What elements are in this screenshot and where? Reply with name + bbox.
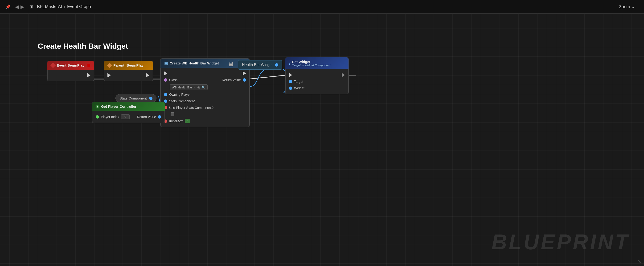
- node-get-player-controller: f Get Player Controller Player Index Ret…: [92, 102, 165, 123]
- player-index-label: Player Index: [101, 115, 119, 119]
- stats-component-label: Stats Component: [120, 96, 147, 100]
- create-widget-header: ▣ Create WB Health Bar Widget: [160, 59, 250, 68]
- node-event-begin-play: Event BeginPlay: [47, 61, 94, 81]
- exec-out-pin[interactable]: [243, 71, 246, 76]
- breadcrumb-page[interactable]: Event Graph: [67, 4, 91, 9]
- node-stats-component: Stats Component: [116, 94, 156, 102]
- node-parent-begin-play-header: Parent: BeginPlay: [104, 61, 153, 70]
- node-parent-begin-play: Parent: BeginPlay: [104, 61, 153, 81]
- canvas: Create Health Bar Widget Event BeginPlay: [0, 14, 644, 266]
- class-icons: ◉ 🔍: [197, 85, 206, 89]
- parent-begin-play-body: [104, 70, 153, 81]
- health-bar-widget-label: Health Bar Widget: [238, 60, 282, 70]
- widget-row: Widget: [286, 85, 348, 92]
- search-icon[interactable]: 🔍: [202, 85, 206, 89]
- breadcrumb-root[interactable]: BP_MasterAI: [37, 4, 62, 9]
- forward-arrow[interactable]: ▶: [20, 4, 24, 10]
- pin-icon[interactable]: 📌: [5, 3, 11, 10]
- target-left: Target: [289, 80, 303, 84]
- exec-in-pin[interactable]: [289, 73, 292, 77]
- node-set-widget: f Set Widget Target is Widget Component …: [285, 57, 349, 94]
- diamond-icon: [107, 63, 112, 68]
- target-row: Target: [286, 78, 348, 85]
- return-value-label: Return Value: [222, 78, 241, 82]
- class-dropdown-container: WB Health Bar ▾ ◉ 🔍: [170, 84, 208, 90]
- create-widget-exec-row: [161, 70, 249, 77]
- exec-in-pin[interactable]: [108, 73, 111, 77]
- player-index-input[interactable]: [121, 114, 130, 119]
- set-widget-exec-row: [286, 72, 348, 78]
- get-player-body: Player Index Return Value: [92, 111, 165, 123]
- player-index-left: Player Index: [96, 114, 130, 119]
- widget-pin[interactable]: [289, 87, 292, 90]
- class-dropdown[interactable]: WB Health Bar ▾ ◉ 🔍: [170, 84, 208, 90]
- stats-component-label: Stats Component: [169, 99, 195, 103]
- topbar: 📌 ◀ ▶ ⊞ BP_MasterAI › Event Graph Zoom ⌄: [0, 0, 644, 14]
- class-pin[interactable]: [164, 78, 167, 82]
- section-title: Create Health Bar Widget: [38, 42, 128, 51]
- zoom-control[interactable]: Zoom ⌄: [619, 4, 634, 9]
- player-index-row: Player Index Return Value: [92, 113, 164, 121]
- exec-in-pin[interactable]: [164, 71, 167, 76]
- owning-player-pin[interactable]: [164, 93, 167, 96]
- exec-out-pin[interactable]: [146, 73, 150, 77]
- return-value-pin[interactable]: [158, 115, 161, 119]
- exec-out-pin[interactable]: [87, 73, 90, 77]
- widget-icon: ▣: [164, 61, 168, 65]
- get-player-header: f Get Player Controller: [92, 102, 165, 111]
- stats-component-row: Stats Component: [161, 98, 249, 104]
- connections-layer: [0, 14, 644, 266]
- use-player-stats-left: Use Player Stats Component?: [164, 106, 214, 110]
- initialize-left: Initialize? ✓: [164, 119, 190, 123]
- widget-left: Widget: [289, 86, 304, 90]
- health-bar-pin[interactable]: [275, 63, 278, 67]
- dropdown-arrow: ▾: [194, 86, 195, 89]
- return-value-right: Return Value: [137, 115, 161, 119]
- blueprint-watermark: BLUEPRINT: [492, 230, 630, 254]
- event-begin-play-title: Event BeginPlay: [57, 63, 84, 67]
- class-right: Return Value: [222, 78, 246, 82]
- use-player-stats-checkbox[interactable]: [170, 113, 174, 116]
- monitor-icon: 🖥: [228, 60, 234, 68]
- return-value-pin[interactable]: [243, 78, 246, 82]
- resize-handle[interactable]: ⤡: [638, 259, 641, 264]
- event-begin-exec-row: [48, 72, 94, 79]
- parent-exec-row: [104, 72, 153, 79]
- use-player-stats-row: Use Player Stats Component?: [161, 104, 249, 111]
- create-widget-body: Class Return Value WB Health Bar ▾ ◉ 🔍: [160, 68, 250, 127]
- function-icon: f: [96, 105, 99, 109]
- record-indicator: [88, 64, 90, 67]
- owning-player-row: Owning Player: [161, 91, 249, 98]
- target-label: Target: [294, 80, 303, 84]
- initialize-label: Initialize?: [169, 119, 183, 123]
- node-event-begin-play-header: Event BeginPlay: [47, 61, 94, 70]
- breadcrumb-separator: ›: [64, 4, 65, 9]
- owning-player-left: Owning Player: [164, 93, 191, 96]
- target-pin[interactable]: [289, 80, 292, 83]
- initialize-check: ✓: [185, 119, 190, 123]
- browse-icon[interactable]: ◉: [197, 85, 200, 89]
- parent-begin-play-title: Parent: BeginPlay: [113, 63, 144, 67]
- set-widget-header: f Set Widget Target is Widget Component: [285, 57, 348, 69]
- exec-out-pin[interactable]: [342, 73, 345, 77]
- set-widget-body: Target Widget: [285, 69, 348, 94]
- class-left: Class: [164, 78, 178, 82]
- return-value-label: Return Value: [137, 115, 156, 119]
- owning-player-label: Owning Player: [169, 93, 191, 96]
- player-index-pin[interactable]: [96, 115, 99, 119]
- set-widget-subtitle: Target is Widget Component: [292, 64, 330, 67]
- node-create-widget: ▣ Create WB Health Bar Widget Class Retu…: [160, 58, 250, 127]
- set-widget-title-group: Set Widget Target is Widget Component: [292, 60, 330, 67]
- class-dropdown-value: WB Health Bar: [172, 86, 192, 89]
- stats-component-out-pin[interactable]: [149, 97, 152, 100]
- stats-component-left: Stats Component: [164, 99, 195, 103]
- class-label: Class: [169, 78, 178, 82]
- create-widget-title: Create WB Health Bar Widget: [170, 61, 219, 65]
- grid-icon: ⊞: [30, 4, 33, 9]
- set-widget-func-icon: f: [289, 62, 290, 65]
- use-player-stats-label: Use Player Stats Component?: [169, 106, 214, 110]
- back-arrow[interactable]: ◀: [15, 4, 18, 10]
- get-player-title: Get Player Controller: [101, 104, 136, 109]
- class-row: Class Return Value: [161, 77, 249, 83]
- diamond-icon: [50, 63, 56, 68]
